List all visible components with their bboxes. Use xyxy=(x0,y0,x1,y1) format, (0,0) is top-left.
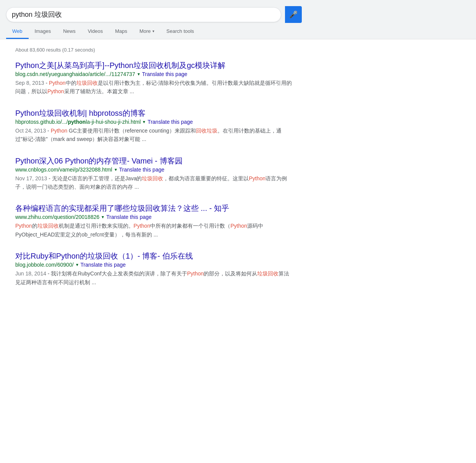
mic-icon: 🎤 xyxy=(289,10,298,19)
result-url-3: www.cnblogs.com/vamei/p/3232088.html xyxy=(15,167,112,173)
result-link-3[interactable]: Python深入06 Python的内存管理- Vamei - 博客园 xyxy=(15,156,293,166)
tab-search-tools[interactable]: Search tools xyxy=(160,24,200,39)
url-arrow-5[interactable]: ▾ xyxy=(76,262,78,267)
translate-link-3[interactable]: Translate this page xyxy=(119,167,165,173)
result-url-line-2: hbprotoss.github.io/.../pythonla-ji-hui-… xyxy=(15,119,293,125)
mic-button[interactable]: 🎤 xyxy=(285,6,302,23)
search-result: 对比Ruby和Python的垃圾回收（1）- 博客- 伯乐在线 blog.job… xyxy=(15,251,293,287)
url-arrow-2[interactable]: ▾ xyxy=(143,119,145,125)
result-snippet-5: Jun 18, 2014 - 我计划将在RubyConf大会上发表类似的演讲，除… xyxy=(15,269,293,287)
search-bar-inner: 🎤 xyxy=(0,3,476,23)
result-url-5: blog.jobbole.com/60900/ xyxy=(15,262,74,268)
nav-tabs: Web Images News Videos Maps More ▾ Searc… xyxy=(0,23,476,39)
url-arrow-3[interactable]: ▾ xyxy=(115,167,117,172)
tab-web[interactable]: Web xyxy=(6,24,29,39)
translate-link-1[interactable]: Translate this page xyxy=(142,71,188,77)
more-dropdown-arrow: ▾ xyxy=(152,29,154,33)
result-url-line-3: www.cnblogs.com/vamei/p/3232088.html ▾ T… xyxy=(15,167,293,173)
translate-link-4[interactable]: Translate this page xyxy=(106,214,152,220)
result-url-1: blog.csdn.net/yueguanghaidao/article/...… xyxy=(15,71,135,77)
search-result: Python之美[从菜鸟到高手]--Python垃圾回收机制及gc模块详解 bl… xyxy=(15,60,293,96)
result-url-2: hbprotoss.github.io/.../pythonla-ji-hui-… xyxy=(15,119,141,125)
search-input[interactable] xyxy=(12,11,275,19)
tab-more[interactable]: More ▾ xyxy=(133,24,160,39)
url-arrow-1[interactable]: ▾ xyxy=(138,71,140,77)
result-url-line-4: www.zhihu.com/question/20018826 ▾ Transl… xyxy=(15,214,293,220)
result-title-5: 对比Ruby和Python的垃圾回收（1）- 博客- 伯乐在线 xyxy=(15,251,293,261)
results-count: About 83,600 results (0.17 seconds) xyxy=(15,45,293,53)
result-title-2: Python垃圾回收机制| hbprotoss的博客 xyxy=(15,108,293,118)
tab-news[interactable]: News xyxy=(57,24,82,39)
main-content: About 83,600 results (0.17 seconds) Pyth… xyxy=(9,39,300,287)
search-bar-area: 🎤 Web Images News Videos Maps More ▾ Sea… xyxy=(0,0,476,39)
translate-link-5[interactable]: Translate this page xyxy=(81,262,126,268)
url-arrow-4[interactable]: ▾ xyxy=(102,214,104,220)
result-link-5[interactable]: 对比Ruby和Python的垃圾回收（1）- 博客- 伯乐在线 xyxy=(15,251,293,261)
translate-link-2[interactable]: Translate this page xyxy=(147,119,193,125)
result-snippet-3: Nov 17, 2013 - 无论是C语言的手工管理，还是Java的垃圾回收，都… xyxy=(15,174,293,191)
result-title-1: Python之美[从菜鸟到高手]--Python垃圾回收机制及gc模块详解 xyxy=(15,60,293,70)
result-snippet-2: Oct 24, 2013 - Python GC主要使用引用计数（referen… xyxy=(15,126,293,144)
result-title-4: 各种编程语言的实现都采用了哪些垃圾回收算法？这些 ... - 知乎 xyxy=(15,203,293,213)
result-snippet-1: Sep 8, 2013 - Python中的垃圾回收是以引用计数为主，标记-清除… xyxy=(15,79,293,96)
result-url-line-1: blog.csdn.net/yueguanghaidao/article/...… xyxy=(15,71,293,77)
search-result: 各种编程语言的实现都采用了哪些垃圾回收算法？这些 ... - 知乎 www.zh… xyxy=(15,203,293,239)
result-url-line-5: blog.jobbole.com/60900/ ▾ Translate this… xyxy=(15,262,293,268)
tab-videos[interactable]: Videos xyxy=(82,24,109,39)
search-input-wrapper xyxy=(6,7,281,22)
result-link-4[interactable]: 各种编程语言的实现都采用了哪些垃圾回收算法？这些 ... - 知乎 xyxy=(15,203,293,213)
result-snippet-4: Python的垃圾回收机制是通过引用计数来实现的。Python中所有的对象都有一… xyxy=(15,222,293,239)
result-link-2[interactable]: Python垃圾回收机制| hbprotoss的博客 xyxy=(15,108,293,118)
result-title-3: Python深入06 Python的内存管理- Vamei - 博客园 xyxy=(15,156,293,166)
result-url-4: www.zhihu.com/question/20018826 xyxy=(15,214,99,220)
tab-maps[interactable]: Maps xyxy=(109,24,133,39)
search-result: Python垃圾回收机制| hbprotoss的博客 hbprotoss.git… xyxy=(15,108,293,144)
tab-images[interactable]: Images xyxy=(29,24,57,39)
result-link-1[interactable]: Python之美[从菜鸟到高手]--Python垃圾回收机制及gc模块详解 xyxy=(15,60,293,70)
search-result: Python深入06 Python的内存管理- Vamei - 博客园 www.… xyxy=(15,156,293,191)
